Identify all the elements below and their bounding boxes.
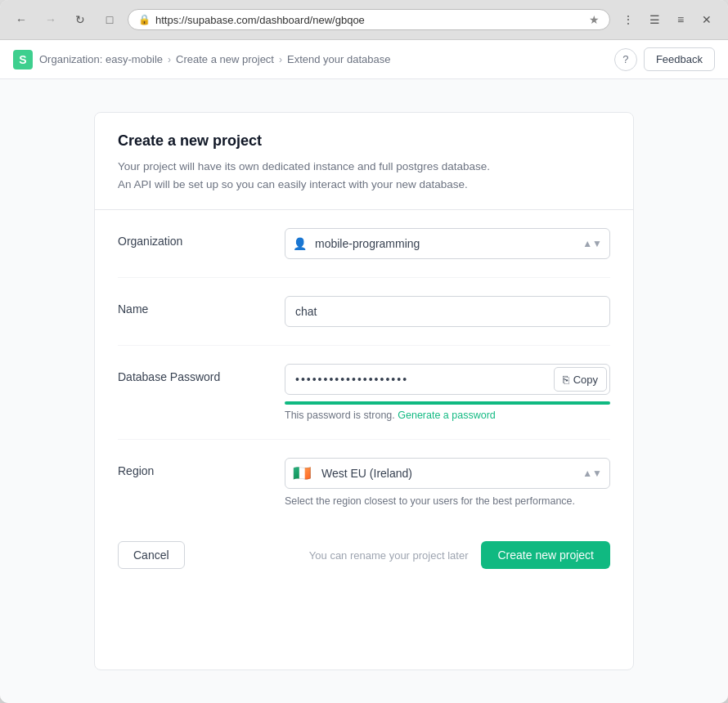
browser-toolbar: ← → ↻ □ 🔒 https://supabase.com/dashboard… (0, 0, 728, 40)
card-footer: Cancel You can rename your project later… (95, 525, 633, 585)
lock-icon: 🔒 (138, 14, 151, 25)
strength-bar (285, 401, 610, 405)
forward-button[interactable]: → (39, 8, 62, 31)
org-label: Organization (118, 228, 265, 248)
menu-icon-button[interactable]: ≡ (669, 8, 692, 31)
org-row: Organization 👤 mobile-programming ▲▼ (118, 210, 610, 278)
region-select-wrapper: 🇮🇪 West EU (Ireland) ▲▼ (285, 458, 610, 489)
bookmark-icon[interactable]: ★ (589, 13, 600, 26)
password-strength-text: This password is strong. (285, 410, 395, 421)
region-select[interactable]: West EU (Ireland) (285, 458, 610, 489)
name-row: Name (118, 278, 610, 346)
feedback-button[interactable]: Feedback (644, 47, 715, 71)
ireland-flag-icon: 🇮🇪 (293, 466, 311, 481)
card-title: Create a new project (118, 132, 610, 150)
footer-right: You can rename your project later Create… (309, 541, 610, 569)
toolbar-icons: ⋮ ☰ ≡ ✕ (617, 8, 718, 31)
breadcrumb-chevron-2: › (279, 54, 282, 65)
breadcrumb-chevron-1: › (168, 54, 171, 65)
org-icon: 👤 (293, 237, 307, 250)
help-button[interactable]: ? (614, 48, 637, 71)
card-desc-line2: An API will be set up so you can easily … (118, 178, 468, 190)
back-button[interactable]: ← (10, 8, 33, 31)
region-hint: Select the region closest to your users … (285, 495, 610, 507)
card-description: Your project will have its own dedicated… (118, 158, 610, 193)
page-content: Create a new project Your project will h… (0, 79, 728, 703)
card-header: Create a new project Your project will h… (95, 113, 633, 210)
generate-password-link[interactable]: Generate a password (398, 410, 496, 421)
password-wrapper: ⎘ Copy (285, 364, 610, 395)
org-select[interactable]: mobile-programming (285, 228, 610, 259)
new-tab-button[interactable]: □ (98, 8, 121, 31)
cancel-button[interactable]: Cancel (118, 541, 185, 569)
region-row: Region 🇮🇪 West EU (Ireland) ▲▼ Select th… (118, 440, 610, 525)
copy-label: Copy (573, 374, 598, 386)
supabase-logo[interactable]: S (13, 50, 33, 69)
breadcrumb-bar: S Organization: easy-mobile › Create a n… (0, 40, 728, 79)
address-bar[interactable]: 🔒 https://supabase.com/dashboard/new/gbq… (128, 9, 610, 30)
password-label: Database Password (118, 364, 265, 383)
create-project-button[interactable]: Create new project (481, 541, 610, 569)
close-button[interactable]: ✕ (695, 8, 718, 31)
form-section: Organization 👤 mobile-programming ▲▼ Na (95, 210, 633, 525)
reload-button[interactable]: ↻ (69, 8, 92, 31)
copy-icon: ⎘ (563, 374, 569, 386)
browser-window: ← → ↻ □ 🔒 https://supabase.com/dashboard… (0, 0, 728, 703)
org-control: 👤 mobile-programming ▲▼ (285, 228, 610, 259)
region-label: Region (118, 458, 265, 477)
url-text: https://supabase.com/dashboard/new/gbqoe (155, 14, 584, 26)
password-control: ⎘ Copy This password is strong. Generate… (285, 364, 610, 421)
name-label: Name (118, 296, 265, 316)
region-control: 🇮🇪 West EU (Ireland) ▲▼ Select the regio… (285, 458, 610, 507)
grid-icon-button[interactable]: ⋮ (617, 8, 640, 31)
org-select-wrapper: 👤 mobile-programming ▲▼ (285, 228, 610, 259)
name-control (285, 296, 610, 327)
card-desc-line1: Your project will have its own dedicated… (118, 160, 490, 172)
breadcrumb-extend[interactable]: Extend your database (287, 53, 390, 65)
copy-button[interactable]: ⎘ Copy (554, 367, 607, 392)
library-icon-button[interactable]: ☰ (643, 8, 666, 31)
password-row: Database Password ⎘ Copy This password i… (118, 346, 610, 440)
breadcrumb-project[interactable]: Create a new project (176, 53, 274, 65)
rename-hint: You can rename your project later (309, 549, 469, 562)
create-project-card: Create a new project Your project will h… (94, 112, 634, 670)
name-input[interactable] (285, 296, 610, 327)
password-hint: This password is strong. Generate a pass… (285, 410, 610, 421)
breadcrumb-org[interactable]: Organization: easy-mobile (39, 53, 163, 65)
